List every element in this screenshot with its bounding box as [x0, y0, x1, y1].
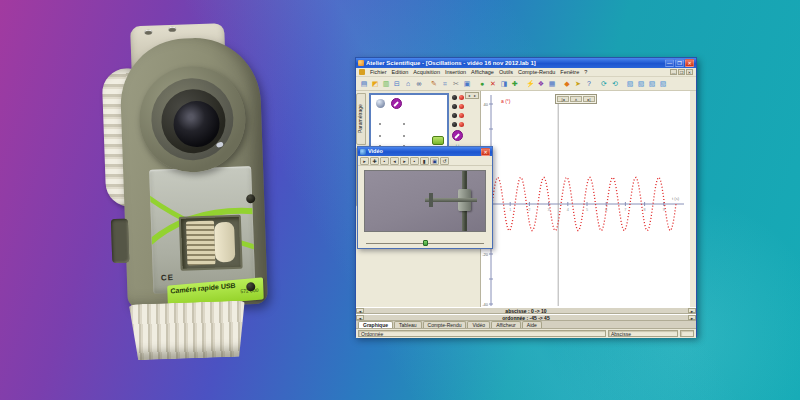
lens-glint — [216, 141, 224, 148]
red-jack-icon[interactable] — [459, 122, 464, 127]
mdi-close-button[interactable]: ✕ — [686, 69, 693, 75]
abscissa-scrollbar[interactable]: ◄ abscisse : 0 -> 10 ► — [356, 307, 696, 314]
svg-text:3: 3 — [548, 208, 550, 212]
menu-item-[interactable]: ? — [584, 68, 587, 77]
menu-item-insertion[interactable]: Insertion — [445, 68, 466, 77]
menu-item-fichier[interactable]: Fichier — [370, 68, 387, 77]
ordinate-scrollbar[interactable]: ◄ ordonnée : -45 -> 45 ► — [356, 314, 696, 321]
video-control-button[interactable]: ◂ — [390, 157, 399, 165]
graph-area[interactable]: 40200-20-40123456789a (°)t (s) |◂∧▸| — [480, 91, 690, 307]
tab-compterendu[interactable]: Compte-Rendu — [423, 321, 467, 328]
toolbar-icon[interactable]: ▣ — [462, 78, 472, 89]
red-jack-icon[interactable] — [459, 104, 464, 109]
toolbar-icon[interactable]: ⟲ — [610, 78, 620, 89]
video-control-button[interactable]: ✚ — [370, 157, 379, 165]
no-sensor-icon[interactable] — [391, 98, 402, 109]
toolbar-icon[interactable]: ◨ — [499, 78, 509, 89]
slider-thumb[interactable] — [423, 240, 428, 246]
curve-nav-button[interactable]: |◂ — [557, 96, 569, 102]
video-control-button[interactable]: ▪ — [380, 157, 389, 165]
video-seek-slider[interactable] — [366, 240, 484, 246]
black-jack-icon[interactable] — [452, 95, 457, 100]
toolbar-icon[interactable]: ◩ — [370, 78, 380, 89]
connector-pair[interactable] — [451, 113, 464, 118]
mdi-restore-button[interactable]: ❐ — [678, 69, 685, 75]
menu-item-edition[interactable]: Edition — [392, 68, 409, 77]
menu-item-fentre[interactable]: Fenêtre — [560, 68, 579, 77]
app-icon — [358, 60, 364, 66]
focus-gear-wheel — [186, 221, 216, 266]
maximize-button[interactable]: ❐ — [675, 59, 684, 67]
video-control-button[interactable]: ▸ — [360, 157, 369, 165]
black-jack-icon[interactable] — [452, 122, 457, 127]
toolbar-icon[interactable]: ⌂ — [403, 78, 413, 89]
connector-pair[interactable] — [451, 122, 464, 127]
toolbar-icon[interactable]: ✕ — [488, 78, 498, 89]
video-control-button[interactable]: ▣ — [430, 157, 439, 165]
toolbar-icon[interactable]: ◆ — [562, 78, 572, 89]
toolbar-icon[interactable]: ▧ — [625, 78, 635, 89]
black-jack-icon[interactable] — [452, 104, 457, 109]
curve-nav-button[interactable]: ∧ — [570, 96, 582, 102]
video-control-button[interactable]: ▸ — [400, 157, 409, 165]
toolbar-icon[interactable]: ▧ — [658, 78, 668, 89]
red-jack-icon[interactable] — [459, 95, 464, 100]
validate-button[interactable] — [432, 136, 444, 145]
toolbar-icon[interactable]: ⚡ — [525, 78, 535, 89]
toolbar-icon[interactable]: ❖ — [536, 78, 546, 89]
video-control-button[interactable]: ▪ — [410, 157, 419, 165]
toolbar-icon[interactable]: ⌗ — [440, 78, 450, 89]
toolbar-icon[interactable]: ✎ — [429, 78, 439, 89]
toolbar-icon[interactable]: ▧ — [636, 78, 646, 89]
connector-pair[interactable] — [451, 95, 464, 100]
tab-aide[interactable]: Aide — [522, 321, 542, 328]
connector-pair[interactable] — [451, 104, 464, 109]
tab-vido[interactable]: Vidéo — [467, 321, 490, 328]
video-title-bar[interactable]: Vidéo ✕ — [358, 147, 492, 156]
toolbar-icon[interactable]: ⊟ — [392, 78, 402, 89]
panel-splitter-arrows[interactable]: ◂▸ — [465, 92, 479, 99]
splitter-arrow-icon[interactable]: ▸ — [472, 93, 478, 98]
scroll-left-arrow-icon[interactable]: ◄ — [356, 308, 364, 313]
oscillation-plot: 40200-20-40123456789a (°)t (s) — [481, 91, 691, 307]
toolbar-icon[interactable]: ▥ — [381, 78, 391, 89]
scroll-right-arrow-icon[interactable]: ► — [688, 308, 696, 313]
video-frame — [364, 170, 486, 232]
toolbar-icon[interactable]: ▧ — [647, 78, 657, 89]
toolbar-icon[interactable]: ➤ — [573, 78, 583, 89]
toolbar-icon[interactable]: ⟳ — [599, 78, 609, 89]
toolbar-icon[interactable]: ∞ — [414, 78, 424, 89]
video-control-button[interactable]: ▮ — [420, 157, 429, 165]
sensor-sphere-icon[interactable] — [376, 99, 385, 108]
scroll-left-arrow-icon[interactable]: ◄ — [356, 315, 364, 320]
red-jack-icon[interactable] — [459, 113, 464, 118]
mdi-minimize-button[interactable]: — — [670, 69, 677, 75]
close-button[interactable]: ✕ — [685, 59, 694, 67]
marketing-composite: CE Caméra rapide USB 572 000 Atelier Sci… — [0, 0, 800, 400]
app-title-bar[interactable]: Atelier Scientifique - [Oscillations - v… — [356, 58, 696, 68]
video-control-button[interactable]: ↺ — [440, 157, 449, 165]
toolbar-icon[interactable]: ? — [584, 78, 594, 89]
svg-text:5: 5 — [586, 208, 588, 212]
toolbar-icon[interactable]: ▤ — [359, 78, 369, 89]
scroll-right-arrow-icon[interactable]: ► — [688, 315, 696, 320]
tab-graphique[interactable]: Graphique — [358, 321, 393, 328]
status-ordinate: Ordonnée — [358, 330, 606, 337]
toolbar-icon[interactable]: ✚ — [510, 78, 520, 89]
tab-afficheur[interactable]: Afficheur — [491, 321, 521, 328]
menu-item-compterendu[interactable]: Compte-Rendu — [518, 68, 555, 77]
tab-tableau[interactable]: Tableau — [394, 321, 422, 328]
minimize-button[interactable]: — — [665, 59, 674, 67]
toolbar-icon[interactable]: ▦ — [547, 78, 557, 89]
black-jack-icon[interactable] — [452, 113, 457, 118]
video-close-button[interactable]: ✕ — [481, 148, 490, 156]
video-title: Vidéo — [368, 147, 480, 156]
curve-nav-button[interactable]: ▸| — [583, 96, 595, 102]
menu-item-affichage[interactable]: Affichage — [471, 68, 494, 77]
toolbar-icon[interactable]: ● — [477, 78, 487, 89]
sidebar-tab-parametrage[interactable]: Paramétrage — [356, 93, 366, 145]
menu-item-acquisition[interactable]: Acquisition — [413, 68, 440, 77]
no-sensor-icon[interactable] — [452, 130, 463, 141]
toolbar-icon[interactable]: ✂ — [451, 78, 461, 89]
menu-item-outils[interactable]: Outils — [499, 68, 513, 77]
